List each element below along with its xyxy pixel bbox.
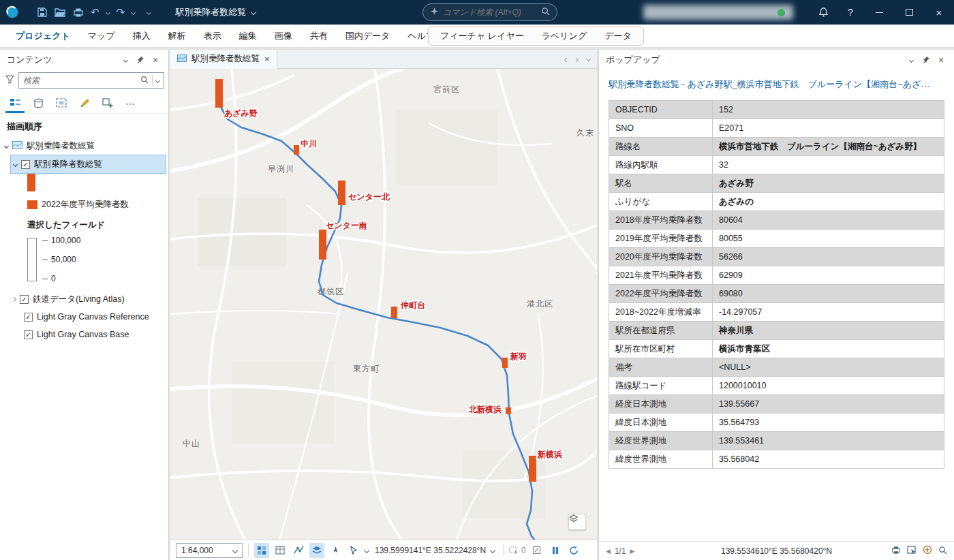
close-tab-icon[interactable]: ×	[264, 54, 270, 64]
minimize-button[interactable]	[864, 0, 894, 25]
print-icon[interactable]	[891, 546, 901, 557]
menu-tab[interactable]: 解析	[159, 25, 195, 47]
zoom-to-feature-icon[interactable]	[923, 545, 932, 557]
redo-icon[interactable]: ↷	[117, 6, 125, 18]
command-search-input[interactable]	[443, 7, 537, 17]
layer-checkbox[interactable]: ✓	[24, 313, 33, 322]
collapse-popup-dock-icon[interactable]	[568, 514, 586, 530]
command-search[interactable]	[422, 3, 557, 21]
open-project-icon[interactable]	[55, 0, 66, 25]
notifications-bell-icon[interactable]	[810, 0, 837, 25]
close-panel-icon[interactable]: ×	[148, 52, 163, 67]
map-tree-item[interactable]: 駅別乗降者数総覧	[0, 137, 168, 155]
menu-tab[interactable]: 国内データ	[337, 25, 399, 47]
selection-count[interactable]: 0	[509, 546, 526, 555]
redo-dropdown-icon[interactable]	[131, 10, 136, 14]
layer-tree-item[interactable]: ✓ 鉄道データ(Living Atlas)	[0, 290, 168, 308]
account-info-redacted[interactable]	[643, 5, 793, 20]
layer-tree-item[interactable]: ✓ Light Gray Canvas Base	[0, 326, 168, 343]
feature-title-link[interactable]: 駅別乗降者数総覧 - あざみ野駅_横浜市営地下鉄 ブルーライン【湘南台~あざ…	[609, 78, 944, 91]
next-feature-icon[interactable]: ▶	[630, 548, 635, 555]
station-bar[interactable]	[338, 181, 345, 205]
contents-search-box[interactable]	[18, 72, 164, 89]
menu-tab[interactable]: 表示	[195, 25, 230, 47]
expander-right-icon[interactable]	[12, 296, 16, 301]
area-label: 久末	[576, 128, 594, 138]
list-by-selection-icon[interactable]	[52, 95, 71, 113]
coords-chevron-icon[interactable]	[490, 547, 495, 553]
undo-icon[interactable]: ↶	[91, 6, 99, 18]
print-icon[interactable]	[73, 0, 84, 25]
contextual-tab[interactable]: ラベリング	[533, 27, 596, 45]
clip-extent-icon[interactable]	[529, 543, 544, 558]
select-feature-icon[interactable]	[907, 546, 917, 557]
menu-tab[interactable]: 画像	[266, 25, 301, 47]
station-bar[interactable]	[319, 230, 326, 260]
panel-menu-chevron-icon[interactable]	[904, 52, 919, 67]
filter-funnel-icon[interactable]	[5, 75, 14, 86]
title-dropdown-icon[interactable]	[251, 10, 256, 15]
refresh-icon[interactable]	[566, 543, 581, 558]
basemap-grid-icon[interactable]	[254, 543, 269, 558]
tab-list-chevron-icon[interactable]	[586, 57, 591, 61]
menu-tab[interactable]: 共有	[301, 25, 337, 47]
search-icon[interactable]	[140, 76, 149, 86]
contextual-tab[interactable]: フィーチャ レイヤー	[431, 27, 533, 45]
list-by-labeling-icon[interactable]	[98, 95, 117, 113]
layer-symbol-bar-swatch[interactable]	[27, 174, 35, 191]
maximize-button[interactable]	[894, 0, 924, 25]
explore-tool-icon[interactable]	[346, 543, 361, 558]
layer-checkbox[interactable]: ✓	[21, 160, 30, 169]
layer-tree-item-selected[interactable]: ✓ 駅別乗降者数総覧	[11, 155, 166, 173]
close-button[interactable]: ×	[924, 0, 954, 25]
pin-icon[interactable]	[919, 52, 934, 67]
list-by-drawing-order-icon[interactable]	[5, 95, 25, 113]
map-canvas[interactable]: 宮前区久末早渕川都筑区港北区東方町中山あざみ野中川センター北センター南仲町台新羽…	[170, 69, 597, 540]
customize-qat-icon[interactable]	[147, 10, 151, 14]
list-by-editing-icon[interactable]	[75, 95, 94, 113]
search-options-chevron-icon[interactable]	[155, 78, 160, 82]
map-view-tab[interactable]: 駅別乗降者数総覧 ×	[170, 50, 277, 69]
station-bar[interactable]	[215, 79, 223, 108]
next-tab-icon[interactable]: ›	[575, 54, 579, 65]
scale-select[interactable]: 1:64,000	[176, 543, 243, 558]
station-bar[interactable]	[391, 307, 397, 318]
map-coordinates[interactable]: 139.5999141°E 35.5222428°N	[372, 546, 497, 555]
expander-down-icon[interactable]	[13, 161, 18, 166]
expander-down-icon[interactable]	[4, 143, 9, 148]
undo-dropdown-icon[interactable]	[106, 10, 110, 14]
prev-feature-icon[interactable]: ◀	[606, 548, 611, 555]
station-bar[interactable]	[294, 145, 299, 155]
station-bar[interactable]	[506, 407, 511, 414]
contents-search-input[interactable]	[23, 76, 137, 85]
tools-chevron-icon[interactable]	[364, 547, 369, 553]
scale-chevron-icon[interactable]	[232, 547, 238, 553]
pause-drawing-icon[interactable]	[548, 543, 563, 558]
layer-checkbox[interactable]: ✓	[20, 295, 29, 304]
prev-tab-icon[interactable]: ‹	[564, 54, 568, 65]
map-svg[interactable]: 宮前区久末早渕川都筑区港北区東方町中山あざみ野中川センター北センター南仲町台新羽…	[170, 69, 597, 540]
station-bar[interactable]	[529, 456, 536, 482]
layer-item-label: 鉄道データ(Living Atlas)	[33, 294, 125, 305]
layer-checkbox[interactable]: ✓	[24, 330, 33, 339]
menu-tab[interactable]: 編集	[230, 25, 266, 47]
close-panel-icon[interactable]: ×	[934, 52, 949, 67]
save-icon[interactable]	[37, 0, 48, 25]
layers-status-icon[interactable]	[309, 543, 324, 558]
menu-tab[interactable]: マップ	[79, 25, 124, 47]
more-options-icon[interactable]: ⋯	[125, 98, 136, 113]
help-icon[interactable]: ?	[837, 0, 864, 25]
station-bar[interactable]	[502, 358, 508, 368]
legend-color-swatch[interactable]	[27, 200, 37, 209]
attribute-table-icon[interactable]	[273, 543, 288, 558]
panel-menu-chevron-icon[interactable]	[118, 52, 133, 67]
north-arrow-icon[interactable]	[328, 543, 343, 558]
snapping-icon[interactable]	[291, 543, 306, 558]
menu-tab-project[interactable]: プロジェクト	[7, 25, 79, 47]
pin-icon[interactable]	[133, 52, 148, 67]
list-by-data-source-icon[interactable]	[29, 95, 48, 113]
magnifier-icon[interactable]	[938, 546, 947, 557]
layer-tree-item[interactable]: ✓ Light Gray Canvas Reference	[0, 308, 168, 326]
menu-tab[interactable]: 挿入	[124, 25, 159, 47]
contextual-tab[interactable]: データ	[596, 27, 641, 45]
